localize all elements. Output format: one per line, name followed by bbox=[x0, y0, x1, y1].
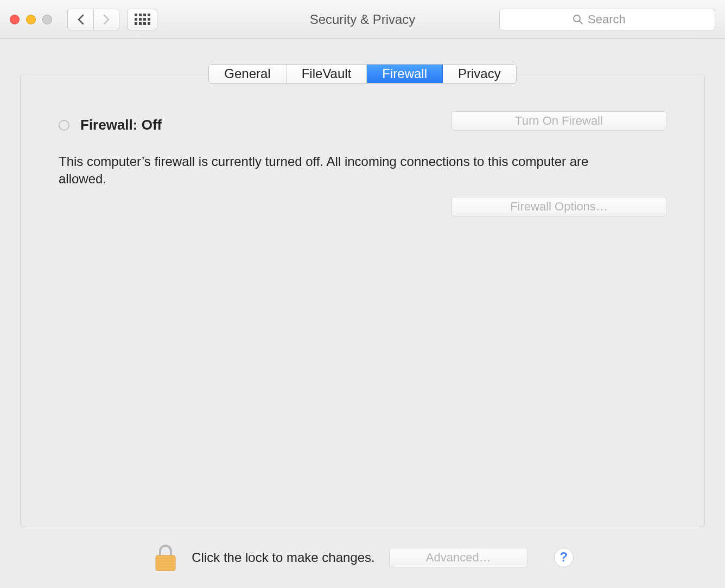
grid-icon bbox=[135, 14, 150, 25]
search-input[interactable] bbox=[588, 12, 642, 27]
status-indicator-icon bbox=[59, 120, 69, 131]
tabbar: General FileVault Firewall Privacy bbox=[208, 64, 516, 84]
lock-icon[interactable] bbox=[154, 544, 177, 572]
body: General FileVault Firewall Privacy Firew… bbox=[0, 39, 725, 588]
firewall-pane: Firewall: Off Turn On Firewall This comp… bbox=[20, 74, 705, 527]
help-button[interactable]: ? bbox=[554, 548, 574, 567]
footer: Click the lock to make changes. Advanced… bbox=[125, 527, 600, 588]
advanced-button: Advanced… bbox=[389, 548, 528, 567]
minimize-button[interactable] bbox=[26, 15, 36, 24]
svg-line-1 bbox=[580, 21, 582, 24]
search-field[interactable] bbox=[499, 9, 715, 30]
tab-filevault[interactable]: FileVault bbox=[287, 65, 367, 83]
zoom-button bbox=[42, 15, 52, 24]
tab-firewall[interactable]: Firewall bbox=[367, 65, 443, 83]
turn-on-firewall-button: Turn On Firewall bbox=[451, 111, 666, 131]
chevron-left-icon bbox=[77, 14, 85, 25]
svg-rect-2 bbox=[156, 555, 175, 571]
close-button[interactable] bbox=[10, 15, 20, 24]
firewall-options-button: Firewall Options… bbox=[451, 197, 666, 216]
tab-privacy[interactable]: Privacy bbox=[443, 65, 516, 83]
search-icon bbox=[573, 14, 583, 25]
lock-hint-text: Click the lock to make changes. bbox=[192, 550, 375, 565]
window-controls bbox=[10, 15, 52, 24]
show-all-button[interactable] bbox=[127, 9, 157, 30]
chevron-right-icon bbox=[103, 14, 110, 25]
titlebar: Security & Privacy bbox=[0, 0, 725, 39]
tab-general[interactable]: General bbox=[209, 65, 286, 83]
forward-button bbox=[93, 9, 119, 30]
firewall-status-label: Firewall: Off bbox=[80, 117, 162, 133]
nav-buttons bbox=[67, 9, 119, 30]
back-button[interactable] bbox=[67, 9, 93, 30]
preferences-window: Security & Privacy General FileVault Fir… bbox=[0, 0, 725, 588]
svg-point-0 bbox=[574, 15, 580, 22]
firewall-description: This computer’s firewall is currently tu… bbox=[59, 153, 596, 188]
